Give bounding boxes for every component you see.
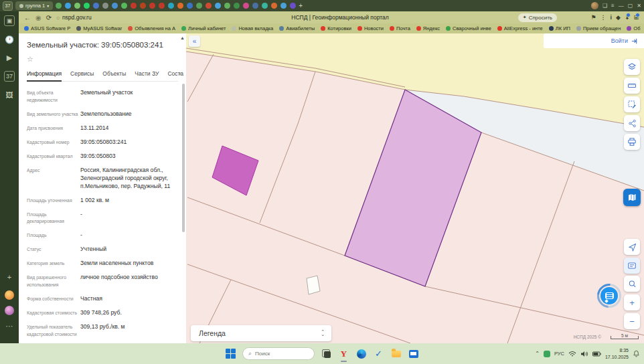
panel-tab-4[interactable]: Части ЗУ <box>135 70 159 77</box>
tab-favicon[interactable] <box>187 3 193 9</box>
file-explorer-button[interactable] <box>390 348 402 359</box>
bookmark-item[interactable]: Котировки <box>321 25 351 31</box>
tab-favicon[interactable] <box>206 3 212 9</box>
tab-favicon[interactable] <box>121 3 127 9</box>
tab-favicon[interactable] <box>74 3 80 9</box>
measure-button[interactable] <box>624 78 640 94</box>
zoom-in-button[interactable]: + <box>624 294 640 310</box>
active-tab[interactable]: группа 1 ▾ <box>15 1 53 10</box>
tray-green-app-icon[interactable] <box>544 351 550 357</box>
panel-tab-1[interactable]: Информация <box>27 70 62 77</box>
legend-expand-icon[interactable]: ⌃⌄ <box>321 331 325 337</box>
network-icon[interactable] <box>568 351 576 357</box>
bookmark-item[interactable]: ASUS Software P <box>24 25 70 31</box>
play-icon[interactable]: ▶ <box>5 53 14 62</box>
protect-shield-icon[interactable]: ◆ <box>616 14 621 21</box>
tab-favicon[interactable] <box>56 3 62 9</box>
tab-favicon[interactable] <box>168 3 174 9</box>
tab-favicon[interactable] <box>224 3 230 9</box>
background-tabs[interactable] <box>56 3 296 9</box>
add-profile-icon[interactable]: + <box>5 272 14 282</box>
tab-favicon[interactable] <box>65 3 71 9</box>
taskbar-clock[interactable]: 8:35 17.10.2025 <box>605 347 629 360</box>
task-view-button[interactable] <box>321 348 332 359</box>
taskbar-search[interactable]: ⌕ Поиск <box>242 347 315 360</box>
panel-tab-3[interactable]: Объекты <box>102 70 126 77</box>
kebab-menu-icon[interactable]: ⋮ <box>600 14 606 21</box>
tab-favicon[interactable] <box>252 3 258 9</box>
notification-bell-icon[interactable] <box>633 350 640 357</box>
tab-favicon[interactable] <box>159 3 165 9</box>
tab-favicon[interactable] <box>280 3 287 9</box>
tab-favicon[interactable] <box>215 3 221 9</box>
tab-favicon[interactable] <box>262 3 268 9</box>
print-button[interactable] <box>624 134 640 150</box>
my-location-button[interactable] <box>624 239 640 255</box>
start-button[interactable] <box>225 348 236 359</box>
select-area-button[interactable] <box>624 96 640 112</box>
tray-chevron-up-icon[interactable]: ⌃ <box>535 351 540 357</box>
login-bar[interactable]: Войти <box>544 33 644 48</box>
volume-icon[interactable] <box>580 351 588 357</box>
info-extension-icon[interactable]: i <box>610 14 612 21</box>
profile-avatar-orange[interactable] <box>5 290 14 300</box>
tab-favicon[interactable] <box>131 3 137 9</box>
share-button[interactable] <box>624 115 640 131</box>
map-canvas[interactable] <box>186 33 644 343</box>
bookmark-item[interactable]: MyASUS Softwar <box>76 25 122 31</box>
tab-favicon[interactable] <box>243 3 249 9</box>
tabs-count-icon[interactable]: 37 <box>4 71 15 82</box>
tab-favicon[interactable] <box>234 3 240 9</box>
cadastral-map[interactable]: « Войти + − Легенда ⌃⌄ <box>186 33 644 343</box>
new-tab-button[interactable]: + <box>299 2 303 9</box>
zoom-out-button[interactable]: − <box>624 313 640 329</box>
profile-avatar-purple[interactable] <box>5 306 14 315</box>
bookmark-item[interactable]: ЛК ИП <box>549 25 570 31</box>
minimize-button[interactable]: — <box>619 3 624 9</box>
tab-count-badge[interactable]: 37 <box>3 1 13 11</box>
bookmark-item[interactable]: Личный кабинет <box>181 25 226 31</box>
battery-icon[interactable] <box>592 351 601 357</box>
tab-favicon[interactable] <box>84 3 90 9</box>
layers-button[interactable] <box>624 59 640 75</box>
ask-ai-button[interactable]: ✦ Спросить <box>518 13 557 22</box>
tab-favicon[interactable] <box>112 3 118 9</box>
tab-favicon[interactable] <box>102 3 108 9</box>
language-indicator[interactable]: РУС <box>554 351 564 357</box>
tab-favicon[interactable] <box>196 3 202 9</box>
bookmark-item[interactable]: Об <box>627 25 640 31</box>
bookmark-item[interactable]: Сварочный инве <box>446 25 491 31</box>
bookmark-item[interactable]: Объявления на А <box>128 25 175 31</box>
tabs-overflow-chevron-icon[interactable]: › <box>179 70 181 77</box>
bookmark-flag-icon[interactable]: ⚑ <box>590 14 596 21</box>
scroll-up-icon[interactable]: ▲ <box>180 35 185 40</box>
more-dots-icon[interactable]: ⋯ <box>5 321 14 331</box>
address-bar[interactable]: ◌ nspd.gov.ru <box>56 14 92 21</box>
basemap-button[interactable] <box>623 189 641 206</box>
bookmark-item[interactable]: Новая вкладка <box>232 25 273 31</box>
downloads-icon[interactable]: ⬇ <box>625 14 630 21</box>
menu-icon[interactable]: ≡ <box>611 3 615 9</box>
history-clock-icon[interactable]: 🕐 <box>5 35 14 44</box>
maximize-button[interactable]: ▢ <box>628 3 633 9</box>
camera-icon[interactable]: ▣ <box>4 15 15 26</box>
profile-avatar[interactable] <box>591 2 598 9</box>
collections-icon[interactable]: ⊞ <box>633 14 639 21</box>
refresh-button[interactable]: ⟳ <box>46 14 52 21</box>
close-button[interactable]: ✕ <box>637 3 641 9</box>
objects-card-button[interactable] <box>624 258 640 274</box>
chat-button[interactable] <box>597 284 621 308</box>
tab-favicon[interactable] <box>290 3 296 9</box>
tab-favicon[interactable] <box>271 3 277 9</box>
panel-scrollbar[interactable] <box>182 84 185 232</box>
collapse-panel-button[interactable]: « <box>189 35 200 47</box>
tab-favicon[interactable] <box>177 3 183 9</box>
checkmark-app-button[interactable]: ✓ <box>373 348 384 359</box>
wallpaper-icon[interactable]: 🖼 <box>5 90 14 100</box>
back-button[interactable]: ← <box>24 14 31 21</box>
bookmark-item[interactable]: Авиабилеты <box>279 25 315 31</box>
tab-favicon[interactable] <box>140 3 146 9</box>
bookmark-item[interactable]: Прием обращен <box>576 25 621 31</box>
extensions-icon[interactable]: ◉ <box>35 14 42 21</box>
bookmark-item[interactable]: Яндекс <box>416 25 440 31</box>
